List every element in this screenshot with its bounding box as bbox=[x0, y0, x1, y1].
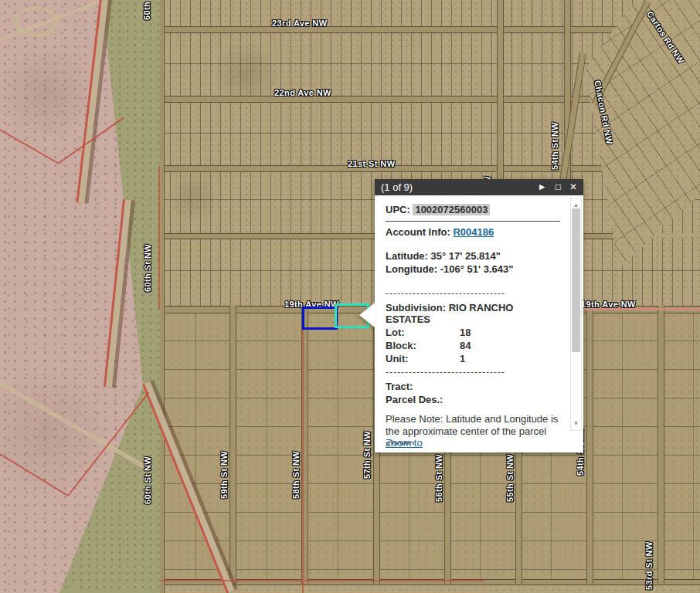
separator: ------------------------------- bbox=[386, 367, 560, 378]
upc-value: 1002072560003 bbox=[413, 204, 490, 215]
longitude-value: -106° 51' 3.643" bbox=[440, 263, 514, 275]
unit-value: 1 bbox=[460, 353, 465, 364]
popup-header[interactable]: (1 of 9) ► □ ✕ bbox=[375, 179, 583, 195]
street-label: 23rd Ave NW bbox=[272, 19, 327, 28]
scrollbar-thumb[interactable] bbox=[572, 208, 580, 352]
street-label: 58th St NW bbox=[291, 451, 301, 499]
boundary-line-bottom bbox=[160, 580, 484, 581]
parcel-des-label: Parcel Des.: bbox=[386, 394, 443, 405]
popup-callout-arrow bbox=[359, 303, 375, 327]
next-feature-icon[interactable]: ► bbox=[538, 179, 547, 195]
longitude-label: Longitude: bbox=[386, 263, 437, 275]
account-info-label: Account Info: bbox=[386, 226, 450, 238]
street-label: 60th St NW bbox=[143, 244, 152, 292]
street-label: 19th Ave NW bbox=[581, 300, 636, 309]
scroll-down-icon[interactable]: ▼ bbox=[571, 418, 581, 429]
boundary-line-58th bbox=[302, 306, 304, 593]
lot-value: 18 bbox=[460, 327, 471, 338]
map-viewport[interactable]: 23rd Ave NW 22nd Ave NW 21st St NW 19th … bbox=[0, 0, 700, 593]
subdivision-label: Subdivision: bbox=[386, 302, 446, 313]
close-icon[interactable]: ✕ bbox=[569, 179, 577, 195]
latitude-value: 35° 17' 25.814" bbox=[431, 250, 501, 262]
street-label: 21st St NW bbox=[348, 159, 395, 168]
feature-popup: (1 of 9) ► □ ✕ UPC: 1002072560003 Accoun… bbox=[375, 179, 583, 452]
street-label: 56th St NW bbox=[434, 454, 443, 502]
tract-label: Tract: bbox=[386, 381, 413, 392]
popup-scrollbar[interactable]: ▲ ▼ bbox=[570, 198, 582, 431]
street-label: 55th St NW bbox=[505, 454, 515, 502]
popup-body: UPC: 1002072560003 Account Info: R004186… bbox=[375, 195, 583, 452]
account-info-link[interactable]: R004186 bbox=[453, 226, 494, 238]
separator: ------------------------------- bbox=[386, 288, 560, 300]
street-label: 60th St NW bbox=[143, 456, 152, 504]
boundary-line-60th bbox=[158, 166, 160, 309]
street-label: 22nd Ave NW bbox=[274, 88, 331, 97]
divider bbox=[386, 221, 560, 222]
popup-title: (1 of 9) bbox=[381, 181, 529, 193]
street-label: 54th St NW bbox=[550, 122, 559, 170]
street-53rd-st bbox=[658, 306, 664, 584]
street-label: 59th St NW bbox=[219, 451, 229, 499]
block-value: 84 bbox=[460, 340, 471, 351]
maximize-icon[interactable]: □ bbox=[556, 179, 561, 195]
zoom-to-link[interactable]: Zoom to bbox=[386, 437, 423, 449]
dirt-road-loop bbox=[14, 6, 59, 37]
latitude-label: Latitude: bbox=[386, 250, 428, 262]
street-54th-st bbox=[586, 306, 593, 584]
street-59th-st bbox=[229, 306, 236, 584]
lot-label: Lot: bbox=[386, 327, 460, 338]
unit-label: Unit: bbox=[386, 353, 460, 364]
street-label: 57th St NW bbox=[362, 431, 372, 479]
block-label: Block: bbox=[386, 340, 460, 351]
street-label: 53rd St NW bbox=[644, 541, 654, 590]
street-label: 60th St NW bbox=[142, 0, 151, 20]
upc-label: UPC: bbox=[386, 204, 410, 215]
selected-parcel-highlight[interactable] bbox=[302, 307, 338, 330]
